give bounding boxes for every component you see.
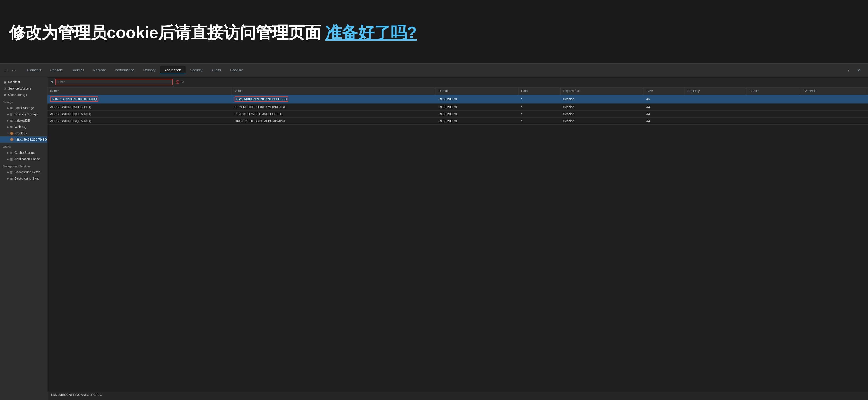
cell-secure <box>747 103 801 111</box>
tab-hackbar[interactable]: HackBar <box>225 66 248 74</box>
cell-path: / <box>518 118 560 125</box>
refresh-icon[interactable]: ↻ <box>50 80 53 84</box>
cell-name: ASPSESSIONIDQSDARATQ <box>48 111 232 118</box>
tab-audits[interactable]: Audits <box>207 66 225 74</box>
sidebar-item-indexeddb[interactable]: ▶ ▦ IndexedDB <box>0 117 47 124</box>
tab-console[interactable]: Console <box>46 66 67 74</box>
cookies-rows: ADMINSESSIONIDCSTRCSDQLBMLMBCCNPFINOANFG… <box>48 95 868 125</box>
expand-icon9: ▶ <box>7 177 9 180</box>
tab-security[interactable]: Security <box>186 66 207 74</box>
sidebar-clear-label: Clear storage <box>8 93 27 97</box>
tab-performance[interactable]: Performance <box>110 66 139 74</box>
sidebar: ▣ Manifest ⚙ Service Workers ⚙ Clear sto… <box>0 77 48 400</box>
col-path: Path <box>518 87 560 95</box>
col-value: Value <box>232 87 436 95</box>
banner-text: 修改为管理员cookie后请直接访问管理页面 准备好了吗? <box>9 22 417 44</box>
sidebar-wsql-label: Web SQL <box>14 125 28 129</box>
bg-sync-icon: ▦ <box>10 177 13 180</box>
col-size: Size <box>644 87 685 95</box>
cell-size: 46 <box>644 95 685 103</box>
sidebar-item-cache-storage[interactable]: ▶ ▦ Cache Storage <box>0 150 47 156</box>
cell-httponly <box>685 95 747 103</box>
value-bar: LBMLMBCCNPFINOANFGLPCFBC <box>48 391 868 400</box>
devtools-icon-group: ⬚ ▭ <box>4 68 16 73</box>
cell-expires: Session <box>560 103 644 111</box>
expand-icon8: ▶ <box>7 171 9 174</box>
table-header-row: Name Value Domain Path Expires / M... Si… <box>48 87 868 95</box>
cell-samesite <box>801 118 868 125</box>
sidebar-cookies-url-label: http://59.63.200.79:8005 <box>16 138 48 141</box>
sidebar-item-manifest[interactable]: ▣ Manifest <box>0 79 47 85</box>
cell-expires: Session <box>560 118 644 125</box>
expand-icon: ▶ <box>7 107 9 109</box>
table-row[interactable]: ADMINSESSIONIDCSTRCSDQLBMLMBCCNPFINOANFG… <box>48 95 868 103</box>
sidebar-item-clear-storage[interactable]: ⚙ Clear storage <box>0 92 47 98</box>
tab-sources[interactable]: Sources <box>67 66 89 74</box>
tab-elements[interactable]: Elements <box>23 66 46 74</box>
devtools-tabs: Elements Console Sources Network Perform… <box>23 66 843 74</box>
cell-name: ADMINSESSIONIDCSTRCSDQ <box>48 95 232 103</box>
banner-link[interactable]: 准备好了吗? <box>326 24 417 41</box>
cookies-icon: 🍪 <box>10 132 13 135</box>
table-row[interactable]: ASPSESSIONIDQSDARATQPIFAFKEDPNPFIBMACLEB… <box>48 111 868 118</box>
cell-httponly <box>685 118 747 125</box>
websql-icon: ▦ <box>10 125 13 129</box>
device-icon[interactable]: ▭ <box>12 68 16 73</box>
table-row[interactable]: ASPSESSIONIDACDSDSTQKFMFMFHDEPDDKDAMLIPK… <box>48 103 868 111</box>
cache-storage-icon: ▦ <box>10 151 13 154</box>
bg-services-section-label: Background Services <box>0 162 47 169</box>
tab-network[interactable]: Network <box>89 66 110 74</box>
cell-value: LBMLMBCCNPFINOANFGLPCFBC <box>232 95 436 103</box>
local-storage-icon: ▦ <box>10 106 13 110</box>
clear-storage-icon: ⚙ <box>4 93 6 97</box>
filter-input[interactable] <box>58 80 170 84</box>
sidebar-item-web-sql[interactable]: ▶ ▦ Web SQL <box>0 124 47 130</box>
cell-samesite <box>801 95 868 103</box>
sidebar-item-local-storage[interactable]: ▶ ▦ Local Storage <box>0 105 47 111</box>
cell-httponly <box>685 103 747 111</box>
tab-memory[interactable]: Memory <box>139 66 160 74</box>
sidebar-item-session-storage[interactable]: ▶ ▦ Session Storage <box>0 111 47 117</box>
cell-samesite <box>801 103 868 111</box>
col-secure: Secure <box>747 87 801 95</box>
sidebar-item-service-workers[interactable]: ⚙ Service Workers <box>0 85 47 92</box>
sidebar-item-bg-sync[interactable]: ▶ ▦ Background Sync <box>0 175 47 182</box>
cell-size: 44 <box>644 103 685 111</box>
cell-size: 44 <box>644 118 685 125</box>
sidebar-item-cookies[interactable]: ▶ 🍪 Cookies <box>0 130 47 136</box>
sidebar-bgfetch-label: Background Fetch <box>14 170 40 174</box>
cell-domain: 59.63.200.79 <box>436 95 518 103</box>
filter-clear-icon[interactable]: ✕ <box>181 80 184 84</box>
filter-block-icon[interactable]: 🚫 <box>176 80 180 84</box>
cell-value: KFMFMFHDEPDDKDAMLIPKHAGF <box>232 103 436 111</box>
table-row[interactable]: ASPSESSIONIDSQDARATQOKCAFKEDOGKPDMFPCMPA… <box>48 118 868 125</box>
filter-bar: ↻ 🚫 ✕ <box>48 77 868 87</box>
sidebar-item-bg-fetch[interactable]: ▶ ▦ Background Fetch <box>0 169 47 175</box>
cell-name: ASPSESSIONIDSQDARATQ <box>48 118 232 125</box>
devtools-topbar: ⬚ ▭ Elements Console Sources Network Per… <box>0 64 868 77</box>
session-storage-icon: ▦ <box>10 113 13 116</box>
inspect-icon[interactable]: ⬚ <box>4 68 8 73</box>
cache-section-label: Cache <box>0 143 47 150</box>
sidebar-cookies-label: Cookies <box>16 131 27 135</box>
cell-secure <box>747 95 801 103</box>
cell-path: / <box>518 111 560 118</box>
cell-value: PIFAFKEDPNPFIBMACLEBBBDL <box>232 111 436 118</box>
app-cache-icon: ▦ <box>10 157 13 161</box>
cell-domain: 59.63.200.79 <box>436 103 518 111</box>
cell-path: / <box>518 103 560 111</box>
close-devtools-icon[interactable]: ✕ <box>854 66 864 74</box>
more-tabs-icon[interactable]: ⋮ <box>843 66 854 74</box>
col-domain: Domain <box>436 87 518 95</box>
col-expires: Expires / M... <box>560 87 644 95</box>
col-samesite: SameSite <box>801 87 868 95</box>
expand-icon2: ▶ <box>7 113 9 116</box>
devtools-body: ▣ Manifest ⚙ Service Workers ⚙ Clear sto… <box>0 77 868 400</box>
sidebar-sw-label: Service Workers <box>8 87 31 90</box>
sidebar-bgsync-label: Background Sync <box>14 177 39 180</box>
tab-application[interactable]: Application <box>160 66 186 74</box>
sidebar-manifest-label: Manifest <box>8 80 20 84</box>
sidebar-item-app-cache[interactable]: ▶ ▦ Application Cache <box>0 156 47 162</box>
sidebar-idb-label: IndexedDB <box>14 119 30 122</box>
sidebar-item-cookies-url[interactable]: 🍪 http://59.63.200.79:8005 <box>0 136 47 143</box>
